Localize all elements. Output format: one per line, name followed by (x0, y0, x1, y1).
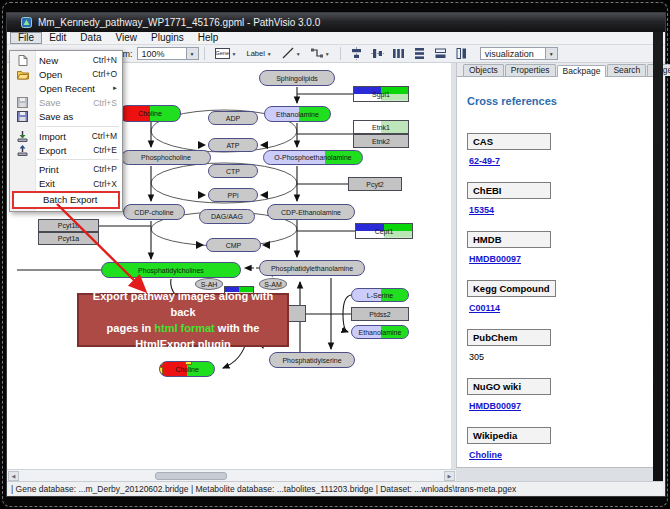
connector-tool-button[interactable]: ▼ (307, 45, 334, 62)
section-value: 15354 (469, 205, 643, 215)
title-bar[interactable]: Mm_Kennedy_pathway_WP1771_45176.gpml - P… (7, 13, 665, 32)
pathway-node-l-serine[interactable]: L-Serine (351, 288, 409, 302)
xref-link-choline[interactable]: Choline (469, 450, 502, 460)
file-menu-item-import[interactable]: ImportCtrl+M (10, 129, 122, 143)
menu-item-label: Open (35, 69, 92, 80)
selection-handle[interactable] (185, 361, 192, 365)
menu-item-label: Export (35, 145, 93, 156)
toolbar-separator (340, 47, 341, 60)
scroll-left-icon[interactable]: ◀ (8, 471, 19, 481)
common-width-button[interactable] (432, 46, 449, 61)
section-value: HMDB00097 (469, 254, 643, 264)
toolbar-separator (204, 47, 205, 60)
menu-separator (37, 126, 119, 127)
menu-view[interactable]: View (108, 32, 144, 44)
selection-handle[interactable] (159, 367, 163, 374)
menu-item-label: Save (35, 97, 93, 108)
menu-data[interactable]: Data (73, 32, 108, 44)
pathway-node-pcyt2[interactable]: Pcyt2 (348, 177, 402, 191)
visualization-combobox[interactable]: visualization ▼ (480, 47, 558, 60)
pathway-node-phosphatidylethanolamine[interactable]: Phosphatidylethanolamine (259, 260, 365, 276)
pathway-node-phosphatidylcholines[interactable]: Phosphatidylcholines (101, 262, 241, 278)
menu-item-label: Save as (35, 111, 122, 122)
pathway-node-cept1[interactable]: Cept1 (355, 223, 413, 239)
file-menu-item-save-as[interactable]: Save as (10, 110, 122, 124)
tab-search[interactable]: Search (607, 64, 646, 76)
file-menu-item-exit[interactable]: ExitCtrl+X (10, 177, 122, 191)
pathway-node-choline[interactable]: Choline (119, 105, 181, 122)
pathway-node-pcyt1b[interactable]: Pcyt1b (38, 219, 99, 232)
pathway-node-ptdss2[interactable]: Ptdss2 (351, 307, 409, 321)
menu-edit[interactable]: Edit (42, 32, 73, 44)
menu-file[interactable]: File (10, 32, 42, 44)
xref-link-15354[interactable]: 15354 (469, 205, 494, 215)
zoom-combobox[interactable]: 100% ▼ (137, 47, 199, 60)
pathway-node-sgpl1[interactable]: Sgpl1 (353, 86, 409, 102)
pathway-node-sphingolipids[interactable]: Sphingolipids (259, 70, 335, 86)
menu-item-label: Open Recent (35, 83, 112, 94)
chevron-down-icon[interactable]: ▼ (545, 48, 557, 59)
section-value: 305 (469, 352, 643, 362)
section-header: HMDB (467, 231, 551, 248)
distribute-horizontal-button[interactable] (390, 46, 407, 61)
menu-help[interactable]: Help (191, 32, 226, 44)
pathway-node-etnk1[interactable]: Etnk1 (353, 120, 409, 134)
pathway-node-ctp[interactable]: CTP (208, 164, 258, 178)
pathway-node-adp[interactable]: ADP (208, 111, 258, 125)
pathway-node-atp[interactable]: ATP (208, 138, 258, 152)
common-height-button[interactable] (453, 46, 470, 61)
selection-handle[interactable] (185, 376, 192, 377)
xref-link-hmdb00097[interactable]: HMDB00097 (469, 254, 521, 264)
menu-plugins[interactable]: Plugins (144, 32, 191, 44)
pathway-node-phosphatidylserine[interactable]: Phosphatidylserine (269, 352, 355, 368)
canvas-horizontal-scrollbar: ◀ ▶ (7, 469, 456, 481)
batch-export-highlight-box: Batch Export (12, 191, 120, 209)
chevron-down-icon: ▼ (325, 51, 330, 57)
section-header: Wikipedia (467, 427, 551, 444)
file-menu-item-open-recent[interactable]: Open Recent► (10, 81, 122, 95)
open-folder-icon (10, 69, 35, 80)
pathway-node-cdp-ethanolamine[interactable]: CDP-Ethanolamine (267, 204, 355, 220)
distribute-vertical-button[interactable] (411, 46, 428, 61)
tab-properties[interactable]: Properties (505, 64, 556, 76)
annotation-line: Export pathway images along with back (79, 288, 287, 320)
pathway-node-cmp[interactable]: CMP (206, 238, 261, 252)
xref-link-c00114[interactable]: C00114 (469, 303, 500, 313)
submenu-arrow-icon: ► (112, 85, 122, 91)
align-center-horizontal-button[interactable] (348, 46, 365, 61)
tab-objects[interactable]: Objects (463, 64, 504, 76)
pathway-node-cdp-choline[interactable]: CDP-choline (123, 204, 185, 220)
menu-item-shortcut: Ctrl+E (93, 145, 122, 155)
file-menu-item-print[interactable]: PrintCtrl+P (10, 162, 122, 176)
panel-scrollbar[interactable] (653, 32, 663, 481)
scrollbar-thumb[interactable] (155, 472, 227, 480)
pathway-node-dag-aag[interactable]: DAG/AAG (199, 209, 255, 224)
file-menu-item-open[interactable]: OpenCtrl+O (10, 67, 122, 81)
menu-item-label: Print (35, 164, 93, 175)
pathway-node-o-phosphoethanolamine[interactable]: O-Phosphoethanolamine (263, 150, 363, 165)
datanode-button[interactable]: Gene ▼ (211, 45, 241, 62)
align-center-vertical-button[interactable] (369, 46, 386, 61)
xref-link-hmdb00097[interactable]: HMDB00097 (469, 401, 521, 411)
file-menu-item-export[interactable]: ExportCtrl+E (10, 143, 122, 157)
pathway-node-choline[interactable]: Choline (159, 361, 215, 377)
file-menu-item-new[interactable]: NewCtrl+N (10, 53, 122, 67)
pathway-node-pcyt1a[interactable]: Pcyt1a (38, 232, 99, 245)
pathway-node-etnk2[interactable]: Etnk2 (353, 134, 409, 148)
label-button[interactable]: Label ▼ (242, 45, 275, 62)
pathway-node-ethanolamine[interactable]: Ethanolamine (264, 106, 331, 122)
pathway-node-phosphocholine[interactable]: Phosphocholine (121, 150, 211, 165)
line-tool-button[interactable]: ▼ (278, 45, 305, 62)
backpage-section-pubchem: PubChem305 (467, 329, 643, 362)
chevron-down-icon[interactable]: ▼ (186, 48, 198, 59)
tutorial-annotation[interactable]: Export pathway images along with backpag… (77, 293, 289, 347)
file-menu-item-batch-export[interactable]: Batch Export (14, 193, 118, 207)
scroll-right-icon[interactable]: ▶ (444, 471, 455, 481)
xref-link-62-49-7[interactable]: 62-49-7 (469, 156, 500, 166)
section-value: Choline (469, 450, 643, 460)
pathway-node-ppi[interactable]: PPi (208, 188, 258, 202)
pathway-node-ethanolamine[interactable]: Ethanolamine (351, 325, 409, 339)
screenshot-frame: Mm_Kennedy_pathway_WP1771_45176.gpml - P… (0, 0, 670, 509)
pathvisio-window: Mm_Kennedy_pathway_WP1771_45176.gpml - P… (6, 12, 666, 497)
tab-backpage[interactable]: Backpage (557, 65, 607, 77)
